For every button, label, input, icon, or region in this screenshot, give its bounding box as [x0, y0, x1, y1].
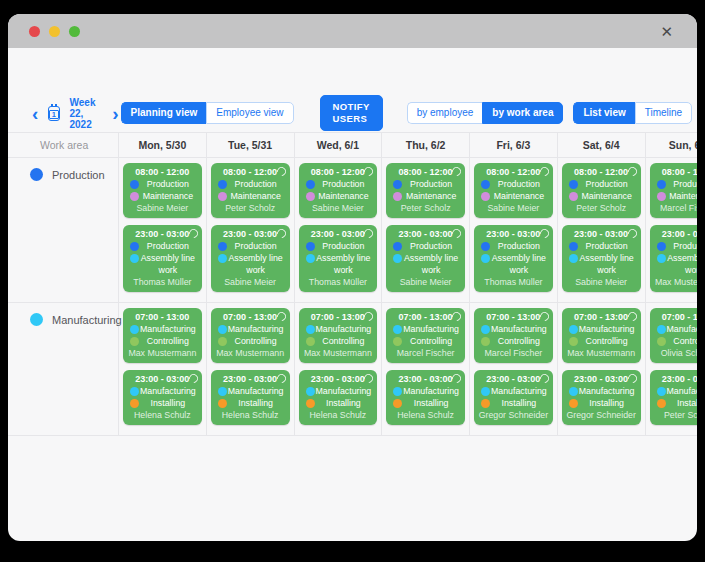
shift-time-row: 08:00 - 12:00	[478, 166, 549, 178]
shift-time: 08:00 - 12:00	[311, 167, 365, 177]
role-label: Maintenance	[581, 191, 631, 201]
shift-time-row: 23:00 - 03:00	[215, 373, 286, 385]
shift-role-row: Installing	[303, 397, 374, 409]
shift-card[interactable]: 23:00 - 03:00ProductionAssembly line wor…	[562, 225, 641, 292]
schedule-day-cell: 08:00 - 12:00ProductionMaintenancePeter …	[207, 158, 295, 303]
employee-name: Helena Schulz	[127, 409, 198, 421]
day-column-header: Mon, 5/30	[119, 133, 207, 158]
shift-time-row: 23:00 - 03:00	[654, 373, 698, 385]
shift-card[interactable]: 23:00 - 03:00ManufacturingInstallingPete…	[650, 370, 698, 425]
shift-card[interactable]: 08:00 - 12:00ProductionMaintenancePeter …	[211, 163, 290, 218]
role-color-dot	[306, 254, 315, 263]
shift-role-row: Maintenance	[478, 190, 549, 202]
shift-role-row: Production	[566, 240, 637, 252]
shift-card[interactable]: 23:00 - 03:00ProductionAssembly line wor…	[386, 225, 465, 292]
role-color-dot	[657, 242, 666, 251]
role-color-dot	[569, 242, 578, 251]
employee-name: Peter Scholz	[390, 202, 461, 214]
by-work-area-button[interactable]: by work area	[482, 102, 563, 124]
role-label: Maintenance	[318, 191, 368, 201]
shift-card[interactable]: 23:00 - 03:00ManufacturingInstallingHele…	[123, 370, 202, 425]
chevron-right-icon[interactable]: ›	[110, 104, 120, 123]
traffic-light-zoom-icon[interactable]	[69, 26, 80, 37]
role-label: Production	[235, 179, 277, 189]
shift-card[interactable]: 23:00 - 03:00ProductionAssembly line wor…	[299, 225, 378, 292]
shift-card[interactable]: 23:00 - 03:00ManufacturingInstallingHele…	[299, 370, 378, 425]
shift-role-row: Manufacturing	[566, 323, 637, 335]
shift-card[interactable]: 07:00 - 13:00ManufacturingControllingMax…	[562, 308, 641, 363]
shift-card[interactable]: 23:00 - 03:00ManufacturingInstallingGreg…	[474, 370, 553, 425]
close-icon[interactable]: ✕	[660, 24, 673, 39]
shift-card[interactable]: 08:00 - 12:00ProductionMaintenanceSabine…	[299, 163, 378, 218]
shift-role-row: Manufacturing	[566, 385, 637, 397]
role-label: Installing	[238, 398, 273, 408]
shift-card[interactable]: 08:00 - 12:00ProductionMaintenancePeter …	[386, 163, 465, 218]
shift-role-row: Manufacturing	[215, 385, 286, 397]
employee-name: Helena Schulz	[215, 409, 286, 421]
role-color-dot	[130, 180, 139, 189]
notify-users-button[interactable]: NOTIFY USERS	[320, 95, 383, 131]
shift-card[interactable]: 07:00 - 13:00ManufacturingControllingMar…	[474, 308, 553, 363]
toolbar: ‹ 1 Week 22, 2022 › Planning view Employ…	[30, 100, 687, 126]
shift-time: 23:00 - 03:00	[486, 374, 540, 384]
role-color-dot	[657, 180, 666, 189]
shift-role-row: Production	[390, 178, 461, 190]
shift-card[interactable]: 23:00 - 03:00ProductionAssembly line wor…	[650, 225, 698, 292]
schedule-day-cell: 08:00 - 12:00ProductionMaintenanceMarcel…	[646, 158, 698, 303]
list-view-button[interactable]: List view	[573, 102, 634, 124]
traffic-light-minimize-icon[interactable]	[49, 26, 60, 37]
role-color-dot	[481, 242, 490, 251]
shift-role-row: Manufacturing	[478, 385, 549, 397]
planning-view-button[interactable]: Planning view	[121, 102, 207, 124]
role-label: Maintenance	[494, 191, 544, 201]
calendar-day-number: 1	[49, 110, 58, 119]
role-color-dot	[481, 192, 490, 201]
role-color-dot	[569, 337, 578, 346]
shift-role-row: Maintenance	[215, 190, 286, 202]
shift-card[interactable]: 23:00 - 03:00ManufacturingInstallingHele…	[211, 370, 290, 425]
shift-role-row: Production	[303, 240, 374, 252]
shift-card[interactable]: 23:00 - 03:00ManufacturingInstallingGreg…	[562, 370, 641, 425]
shift-role-row: Controlling	[215, 335, 286, 347]
role-color-dot	[569, 192, 578, 201]
shift-card[interactable]: 07:00 - 13:00ManufacturingControllingMax…	[299, 308, 378, 363]
role-label: Manufacturing	[579, 386, 635, 396]
employee-name: Sabine Meier	[390, 276, 461, 288]
shift-role-row: Assembly line work	[654, 252, 698, 276]
timeline-button[interactable]: Timeline	[635, 102, 692, 124]
shift-time-row: 23:00 - 03:00	[390, 373, 461, 385]
shift-card[interactable]: 23:00 - 03:00ProductionAssembly line wor…	[123, 225, 202, 292]
shift-time-row: 08:00 - 12:00	[303, 166, 374, 178]
chevron-left-icon[interactable]: ‹	[30, 104, 40, 123]
role-label: Assembly line work	[228, 253, 282, 275]
shift-card[interactable]: 08:00 - 12:00ProductionMaintenanceMarcel…	[650, 163, 698, 218]
shift-card[interactable]: 07:00 - 13:00ManufacturingControllingOli…	[650, 308, 698, 363]
shift-card[interactable]: 08:00 - 12:00ProductionMaintenanceSabine…	[123, 163, 202, 218]
employee-view-button[interactable]: Employee view	[206, 102, 293, 124]
shift-card[interactable]: 07:00 - 13:00ManufacturingControllingMax…	[211, 308, 290, 363]
shift-card[interactable]: 08:00 - 12:00ProductionMaintenancePeter …	[562, 163, 641, 218]
employee-name: Marcel Fischer	[478, 347, 549, 359]
role-color-dot	[657, 337, 666, 346]
shift-card[interactable]: 23:00 - 03:00ProductionAssembly line wor…	[474, 225, 553, 292]
shift-role-row: Installing	[215, 397, 286, 409]
shift-role-row: Production	[654, 178, 698, 190]
role-color-dot	[130, 192, 139, 201]
employee-name: Thomas Müller	[127, 276, 198, 288]
shift-card[interactable]: 23:00 - 03:00ManufacturingInstallingHele…	[386, 370, 465, 425]
shift-card[interactable]: 23:00 - 03:00ProductionAssembly line wor…	[211, 225, 290, 292]
role-label: Manufacturing	[140, 386, 196, 396]
role-label: Maintenance	[230, 191, 280, 201]
calendar-icon[interactable]: 1	[48, 106, 59, 121]
shift-card[interactable]: 08:00 - 12:00ProductionMaintenanceSabine…	[474, 163, 553, 218]
schedule-day-cell: 07:00 - 13:00ManufacturingControllingMax…	[207, 303, 295, 436]
day-column-header: Sun, 6/5	[646, 133, 698, 158]
shift-time: 23:00 - 03:00	[662, 229, 697, 239]
role-label: Production	[498, 241, 540, 251]
shift-card[interactable]: 07:00 - 13:00ManufacturingControllingMax…	[123, 308, 202, 363]
traffic-light-close-icon[interactable]	[29, 26, 40, 37]
shift-role-row: Manufacturing	[390, 323, 461, 335]
shift-card[interactable]: 07:00 - 13:00ManufacturingControllingMar…	[386, 308, 465, 363]
week-label: Week 22, 2022	[70, 97, 102, 130]
by-employee-button[interactable]: by employee	[407, 102, 483, 124]
